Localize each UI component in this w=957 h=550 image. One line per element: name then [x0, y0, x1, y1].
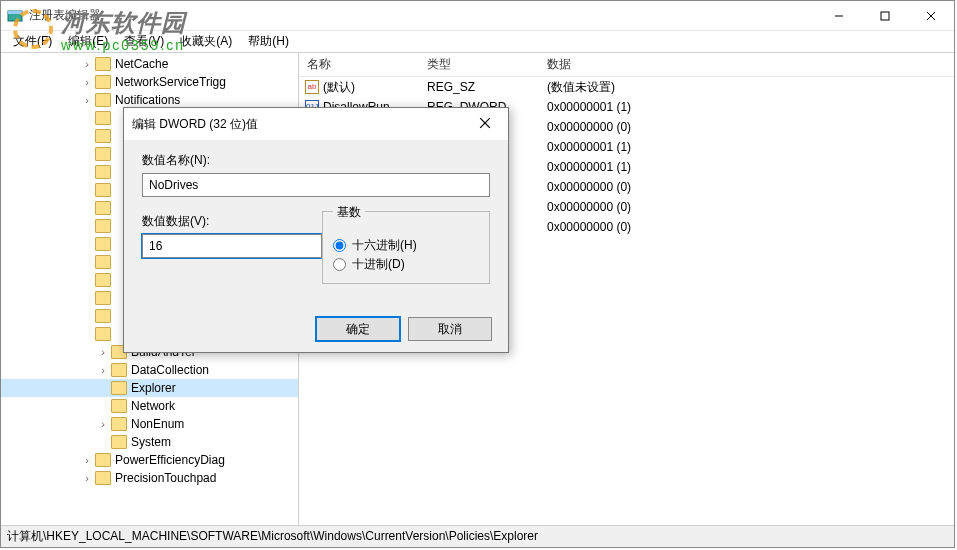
- dialog-title: 编辑 DWORD (32 位)值: [132, 116, 470, 133]
- menu-view[interactable]: 查看(V): [116, 31, 172, 52]
- menu-favorites[interactable]: 收藏夹(A): [172, 31, 240, 52]
- col-header-data[interactable]: 数据: [539, 56, 954, 73]
- expand-icon[interactable]: ›: [97, 346, 109, 358]
- radix-dec-option[interactable]: 十进制(D): [333, 256, 479, 273]
- radix-hex-option[interactable]: 十六进制(H): [333, 237, 479, 254]
- row-data: 0x00000000 (0): [539, 220, 954, 234]
- folder-icon: [95, 93, 111, 107]
- value-data-field[interactable]: [142, 234, 322, 258]
- row-data: 0x00000001 (1): [539, 160, 954, 174]
- list-header: 名称 类型 数据: [299, 53, 954, 77]
- tree-item[interactable]: ›NetCache: [1, 55, 298, 73]
- folder-icon: [95, 255, 111, 269]
- registry-editor-window: 河东软件园 www.pc0359.cn 注册表编辑器 文件(F) 编辑(E) 查…: [0, 0, 955, 548]
- folder-icon: [111, 363, 127, 377]
- base-group-label: 基数: [333, 204, 365, 221]
- tree-item-label: Network: [131, 399, 175, 413]
- list-row[interactable]: ab(默认)REG_SZ(数值未设置): [299, 77, 954, 97]
- expand-icon[interactable]: ›: [81, 454, 93, 466]
- menu-help[interactable]: 帮助(H): [240, 31, 297, 52]
- tree-item[interactable]: ›DataCollection: [1, 361, 298, 379]
- tree-item-label: PrecisionTouchpad: [115, 471, 216, 485]
- tree-item-label: NonEnum: [131, 417, 184, 431]
- folder-icon: [95, 183, 111, 197]
- folder-icon: [95, 327, 111, 341]
- folder-icon: [95, 273, 111, 287]
- row-data: 0x00000000 (0): [539, 120, 954, 134]
- tree-item-label: NetworkServiceTrigg: [115, 75, 226, 89]
- radix-hex-label: 十六进制(H): [352, 237, 417, 254]
- col-header-type[interactable]: 类型: [419, 56, 539, 73]
- col-header-name[interactable]: 名称: [299, 56, 419, 73]
- tree-item[interactable]: ›NetworkServiceTrigg: [1, 73, 298, 91]
- folder-icon: [95, 237, 111, 251]
- expand-icon[interactable]: ›: [81, 58, 93, 70]
- minimize-button[interactable]: [816, 1, 862, 30]
- close-button[interactable]: [908, 1, 954, 30]
- tree-item[interactable]: ›PrecisionTouchpad: [1, 469, 298, 487]
- folder-icon: [95, 75, 111, 89]
- tree-item-label: DataCollection: [131, 363, 209, 377]
- menubar: 文件(F) 编辑(E) 查看(V) 收藏夹(A) 帮助(H): [1, 31, 954, 53]
- folder-icon: [95, 453, 111, 467]
- row-data: 0x00000000 (0): [539, 180, 954, 194]
- window-title: 注册表编辑器: [29, 7, 816, 24]
- row-data: 0x00000000 (0): [539, 200, 954, 214]
- folder-icon: [111, 435, 127, 449]
- cancel-button[interactable]: 取消: [408, 317, 492, 341]
- value-data-label: 数值数据(V):: [142, 213, 322, 230]
- dialog-titlebar[interactable]: 编辑 DWORD (32 位)值: [124, 108, 508, 140]
- folder-icon: [95, 309, 111, 323]
- status-path: 计算机\HKEY_LOCAL_MACHINE\SOFTWARE\Microsof…: [7, 528, 538, 545]
- value-name-label: 数值名称(N):: [142, 152, 490, 169]
- tree-item[interactable]: ›NonEnum: [1, 415, 298, 433]
- edit-dword-dialog: 编辑 DWORD (32 位)值 数值名称(N): 数值数据(V): 基数: [123, 107, 509, 353]
- menu-file[interactable]: 文件(F): [5, 31, 60, 52]
- expand-icon[interactable]: ›: [97, 364, 109, 376]
- tree-item[interactable]: Explorer: [1, 379, 298, 397]
- tree-item[interactable]: System: [1, 433, 298, 451]
- tree-item[interactable]: ›PowerEfficiencyDiag: [1, 451, 298, 469]
- folder-icon: [95, 111, 111, 125]
- row-data: 0x00000001 (1): [539, 140, 954, 154]
- svg-rect-1: [8, 11, 22, 14]
- svg-rect-3: [881, 12, 889, 20]
- maximize-button[interactable]: [862, 1, 908, 30]
- folder-icon: [111, 381, 127, 395]
- dialog-close-button[interactable]: [470, 116, 500, 132]
- tree-item-label: Explorer: [131, 381, 176, 395]
- folder-icon: [95, 219, 111, 233]
- folder-icon: [95, 201, 111, 215]
- folder-icon: [95, 57, 111, 71]
- titlebar: 注册表编辑器: [1, 1, 954, 31]
- tree-item-label: System: [131, 435, 171, 449]
- app-icon: [7, 8, 23, 24]
- row-data: (数值未设置): [539, 79, 954, 96]
- value-name-field[interactable]: [142, 173, 490, 197]
- folder-icon: [111, 399, 127, 413]
- folder-icon: [111, 417, 127, 431]
- statusbar: 计算机\HKEY_LOCAL_MACHINE\SOFTWARE\Microsof…: [1, 525, 954, 547]
- folder-icon: [95, 291, 111, 305]
- row-data: 0x00000001 (1): [539, 100, 954, 114]
- tree-item-label: PowerEfficiencyDiag: [115, 453, 225, 467]
- folder-icon: [95, 471, 111, 485]
- expand-icon[interactable]: ›: [97, 418, 109, 430]
- radix-dec-label: 十进制(D): [352, 256, 405, 273]
- base-group: 基数 十六进制(H) 十进制(D): [322, 211, 490, 284]
- expand-icon[interactable]: ›: [81, 76, 93, 88]
- expand-icon[interactable]: ›: [81, 94, 93, 106]
- ok-button[interactable]: 确定: [316, 317, 400, 341]
- folder-icon: [95, 165, 111, 179]
- radix-dec-radio[interactable]: [333, 258, 346, 271]
- tree-item[interactable]: Network: [1, 397, 298, 415]
- menu-edit[interactable]: 编辑(E): [60, 31, 116, 52]
- row-name: (默认): [323, 79, 355, 96]
- row-type: REG_SZ: [419, 80, 539, 94]
- folder-icon: [95, 129, 111, 143]
- tree-item-label: NetCache: [115, 57, 168, 71]
- radix-hex-radio[interactable]: [333, 239, 346, 252]
- string-value-icon: ab: [305, 80, 319, 94]
- expand-icon[interactable]: ›: [81, 472, 93, 484]
- tree-item-label: Notifications: [115, 93, 180, 107]
